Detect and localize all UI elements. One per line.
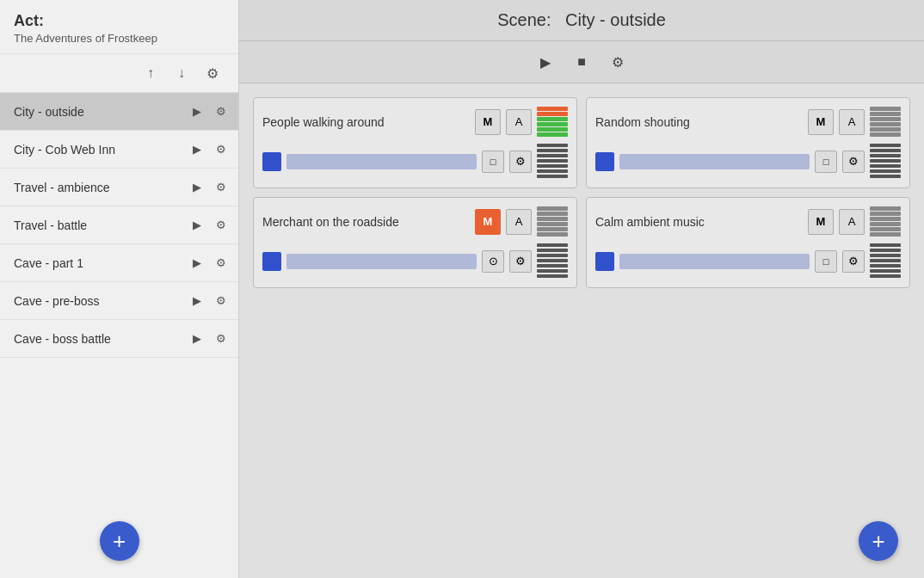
sidebar-item-city-outside[interactable]: City - outside ▶ ⚙ bbox=[0, 93, 238, 131]
sidebar-header: Act: The Adventures of Frostkeep bbox=[0, 0, 238, 54]
mute-button[interactable]: M bbox=[475, 109, 501, 135]
volume-bar bbox=[870, 122, 901, 126]
scene-play-btn[interactable]: ▶ bbox=[187, 329, 207, 349]
track-progress[interactable] bbox=[619, 254, 810, 269]
level-bar bbox=[537, 274, 568, 278]
scene-gear-btn[interactable]: ⚙ bbox=[211, 177, 231, 198]
volume-bar bbox=[870, 232, 901, 237]
track-progress[interactable] bbox=[619, 154, 810, 169]
loop-button[interactable]: ⊙ bbox=[482, 250, 504, 273]
scene-item-label: Travel - battle bbox=[14, 218, 187, 232]
stop-button[interactable]: □ bbox=[815, 151, 837, 173]
sidebar-item-city-cob-web-inn[interactable]: City - Cob Web Inn ▶ ⚙ bbox=[0, 131, 238, 169]
sidebar-settings-button[interactable]: ⚙ bbox=[200, 61, 225, 85]
sidebar-item-cave-pre-boss[interactable]: Cave - pre-boss ▶ ⚙ bbox=[0, 282, 238, 320]
volume-bar bbox=[870, 127, 901, 132]
scene-gear-btn[interactable]: ⚙ bbox=[211, 329, 231, 349]
volume-bar bbox=[537, 222, 568, 226]
level-bar bbox=[537, 264, 568, 267]
auto-button[interactable]: A bbox=[506, 209, 532, 235]
scene-header: Scene: City - outside bbox=[239, 0, 924, 41]
track-name: Calm ambient music bbox=[595, 215, 803, 229]
scene-gear-btn[interactable]: ⚙ bbox=[211, 101, 231, 122]
track-progress[interactable] bbox=[286, 154, 477, 169]
mute-button[interactable]: M bbox=[808, 209, 834, 235]
level-bar bbox=[870, 249, 901, 252]
sidebar: Act: The Adventures of Frostkeep ↑ ↓ ⚙ C… bbox=[0, 0, 239, 578]
volume-bars bbox=[870, 206, 901, 237]
auto-button[interactable]: A bbox=[839, 209, 865, 235]
scene-settings-button[interactable]: ⚙ bbox=[604, 48, 631, 76]
act-title: Act: bbox=[14, 12, 225, 30]
track-bottom: □ ⚙ bbox=[595, 144, 901, 179]
level-bar bbox=[537, 164, 568, 168]
volume-bar bbox=[870, 107, 901, 111]
volume-bars bbox=[537, 107, 568, 137]
volume-bars bbox=[870, 107, 901, 137]
sidebar-item-cave-boss-battle[interactable]: Cave - boss battle ▶ ⚙ bbox=[0, 320, 238, 358]
volume-bars bbox=[537, 206, 568, 237]
stop-button[interactable]: □ bbox=[482, 151, 504, 173]
scene-play-btn[interactable]: ▶ bbox=[187, 139, 207, 160]
track-color bbox=[595, 152, 614, 171]
scene-play-btn[interactable]: ▶ bbox=[187, 291, 207, 311]
track-settings-button[interactable]: ⚙ bbox=[509, 250, 532, 273]
volume-bar bbox=[537, 117, 568, 121]
sidebar-item-travel-battle[interactable]: Travel - battle ▶ ⚙ bbox=[0, 206, 238, 244]
add-scene-button[interactable]: + bbox=[100, 521, 139, 561]
level-bar bbox=[870, 144, 901, 147]
level-bar bbox=[537, 249, 568, 252]
auto-button[interactable]: A bbox=[839, 109, 865, 135]
scene-play-btn[interactable]: ▶ bbox=[187, 177, 207, 198]
track-top: People walking around M A bbox=[262, 107, 568, 137]
scene-list: City - outside ▶ ⚙ City - Cob Web Inn ▶ … bbox=[0, 93, 238, 578]
tracks-area: People walking around M A □ ⚙ Random sho… bbox=[239, 83, 924, 578]
play-button[interactable]: ▶ bbox=[532, 48, 559, 76]
scene-gear-btn[interactable]: ⚙ bbox=[211, 291, 231, 311]
mute-button[interactable]: M bbox=[808, 109, 834, 135]
add-track-button[interactable]: + bbox=[859, 521, 898, 561]
scene-title: Scene: City - outside bbox=[497, 10, 666, 29]
track-bottom: □ ⚙ bbox=[595, 243, 901, 279]
level-bar bbox=[537, 175, 568, 178]
track-card-people-walking: People walking around M A □ ⚙ bbox=[253, 97, 577, 188]
track-level-bars bbox=[537, 144, 568, 179]
level-bar bbox=[870, 264, 901, 267]
scene-play-btn[interactable]: ▶ bbox=[187, 215, 207, 236]
scene-gear-btn[interactable]: ⚙ bbox=[211, 253, 231, 274]
sidebar-item-cave-part-1[interactable]: Cave - part 1 ▶ ⚙ bbox=[0, 244, 238, 282]
scene-play-btn[interactable]: ▶ bbox=[187, 253, 207, 274]
level-bar bbox=[870, 175, 901, 178]
move-up-button[interactable]: ↑ bbox=[139, 61, 163, 85]
mute-button[interactable]: M bbox=[475, 209, 501, 235]
auto-button[interactable]: A bbox=[506, 109, 532, 135]
level-bar bbox=[870, 254, 901, 257]
level-bar bbox=[537, 269, 568, 273]
scene-gear-btn[interactable]: ⚙ bbox=[211, 215, 231, 236]
level-bar bbox=[537, 159, 568, 163]
main-content: Scene: City - outside ▶ ■ ⚙ People walki… bbox=[239, 0, 924, 578]
track-settings-button[interactable]: ⚙ bbox=[842, 250, 865, 273]
volume-bar bbox=[870, 132, 901, 137]
volume-bar bbox=[537, 122, 568, 126]
sidebar-item-travel-ambience[interactable]: Travel - ambience ▶ ⚙ bbox=[0, 169, 238, 206]
scene-gear-btn[interactable]: ⚙ bbox=[211, 139, 231, 160]
track-color bbox=[595, 252, 614, 271]
volume-bar bbox=[537, 206, 568, 211]
volume-bar bbox=[870, 117, 901, 121]
track-card-calm-ambient: Calm ambient music M A □ ⚙ bbox=[586, 197, 910, 288]
track-bottom: □ ⚙ bbox=[262, 144, 568, 179]
stop-button[interactable]: ■ bbox=[568, 48, 595, 76]
track-level-bars bbox=[537, 243, 568, 279]
track-settings-button[interactable]: ⚙ bbox=[509, 151, 532, 173]
stop-button[interactable]: □ bbox=[815, 250, 837, 273]
track-settings-button[interactable]: ⚙ bbox=[842, 151, 865, 173]
level-bar bbox=[870, 274, 901, 278]
track-progress[interactable] bbox=[286, 254, 477, 269]
volume-bar bbox=[870, 212, 901, 216]
scene-item-label: Cave - boss battle bbox=[14, 332, 187, 346]
scene-play-btn[interactable]: ▶ bbox=[187, 101, 207, 122]
scene-item-label: Travel - ambience bbox=[14, 181, 187, 194]
level-bar bbox=[870, 154, 901, 157]
move-down-button[interactable]: ↓ bbox=[169, 61, 194, 85]
